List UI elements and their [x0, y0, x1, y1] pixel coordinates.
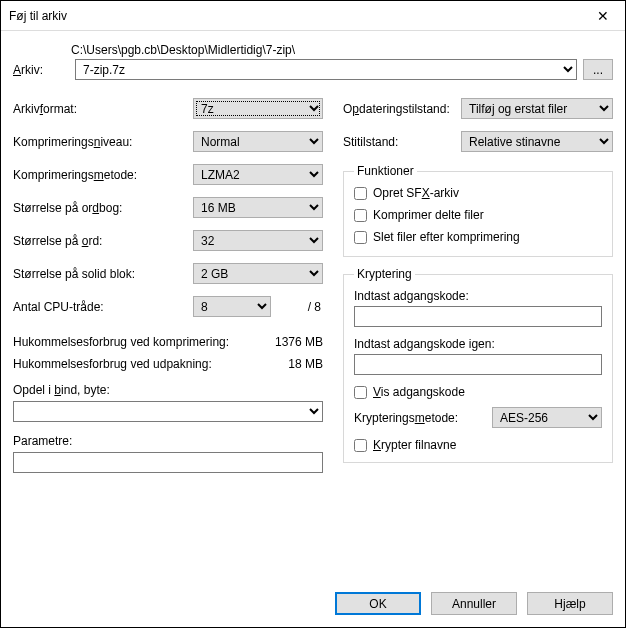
cancel-button[interactable]: Annuller — [431, 592, 517, 615]
archive-path: C:\Users\pgb.cb\Desktop\Midlertidig\7-zi… — [71, 43, 613, 57]
path-mode-select[interactable]: Relative stinavne — [461, 131, 613, 152]
encrypt-names-label: Krypter filnavne — [373, 438, 456, 452]
show-password-label: Vis adgangskode — [373, 385, 465, 399]
help-button[interactable]: Hjælp — [527, 592, 613, 615]
archive-format-select[interactable]: 7z — [193, 98, 323, 119]
cpu-threads-select[interactable]: 8 — [193, 296, 271, 317]
compression-level-select[interactable]: Normal — [193, 131, 323, 152]
delete-checkbox[interactable] — [354, 231, 367, 244]
shared-checkbox[interactable] — [354, 209, 367, 222]
compression-method-select[interactable]: LZMA2 — [193, 164, 323, 185]
button-bar: OK Annuller Hjælp — [335, 592, 613, 615]
sfx-label: Opret SFX-arkiv — [373, 186, 459, 200]
word-label: Størrelse på ord: — [13, 234, 193, 248]
format-label: Arkivformat: — [13, 102, 193, 116]
parameters-input[interactable] — [13, 452, 323, 473]
cpu-label: Antal CPU-tråde: — [13, 300, 193, 314]
solid-block-select[interactable]: 2 GB — [193, 263, 323, 284]
password-confirm-input[interactable] — [354, 354, 602, 375]
browse-button[interactable]: ... — [583, 59, 613, 80]
close-icon[interactable]: ✕ — [580, 1, 625, 31]
options-legend: Funktioner — [354, 164, 417, 178]
method-label: Komprimeringsmetode: — [13, 168, 193, 182]
options-group: Funktioner Opret SFX-arkiv Komprimer del… — [343, 164, 613, 257]
mem-compress-value: 1376 MB — [275, 335, 323, 349]
dict-label: Størrelse på ordbog: — [13, 201, 193, 215]
password2-label: Indtast adgangskode igen: — [354, 337, 602, 351]
solid-label: Størrelse på solid blok: — [13, 267, 193, 281]
password-input[interactable] — [354, 306, 602, 327]
encryption-legend: Kryptering — [354, 267, 415, 281]
window-title: Føj til arkiv — [9, 9, 67, 23]
titlebar: Føj til arkiv ✕ — [1, 1, 625, 31]
enc-method-label: Krypteringsmetode: — [354, 411, 486, 425]
encryption-group: Kryptering Indtast adgangskode: Indtast … — [343, 267, 613, 463]
content: C:\Users\pgb.cb\Desktop\Midlertidig\7-zi… — [1, 31, 625, 473]
encrypt-names-checkbox[interactable] — [354, 439, 367, 452]
show-password-checkbox[interactable] — [354, 386, 367, 399]
password-label: Indtast adgangskode: — [354, 289, 602, 303]
mem-compress-label: Hukommelsesforbrug ved komprimering: — [13, 335, 229, 349]
shared-label: Komprimer delte filer — [373, 208, 484, 222]
split-volume-select[interactable] — [13, 401, 323, 422]
right-column: Opdateringstilstand: Tilføj og erstat fi… — [343, 98, 613, 473]
left-column: Arkivformat: 7z Komprimeringsniveau: Nor… — [13, 98, 323, 473]
word-size-select[interactable]: 32 — [193, 230, 323, 251]
mem-decompress-label: Hukommelsesforbrug ved udpakning: — [13, 357, 212, 371]
path-mode-label: Stitilstand: — [343, 135, 461, 149]
archive-name-combo[interactable]: 7-zip.7z — [75, 59, 577, 80]
update-mode-select[interactable]: Tilføj og erstat filer — [461, 98, 613, 119]
level-label: Komprimeringsniveau: — [13, 135, 193, 149]
dictionary-size-select[interactable]: 16 MB — [193, 197, 323, 218]
encryption-method-select[interactable]: AES-256 — [492, 407, 602, 428]
mem-decompress-value: 18 MB — [288, 357, 323, 371]
ok-button[interactable]: OK — [335, 592, 421, 615]
delete-label: Slet filer efter komprimering — [373, 230, 520, 244]
cpu-total: / 8 — [277, 300, 323, 314]
archive-label: Arkiv: — [13, 63, 69, 77]
sfx-checkbox[interactable] — [354, 187, 367, 200]
params-label: Parametre: — [13, 434, 323, 448]
update-mode-label: Opdateringstilstand: — [343, 102, 461, 116]
split-label: Opdel i bind, byte: — [13, 383, 323, 397]
